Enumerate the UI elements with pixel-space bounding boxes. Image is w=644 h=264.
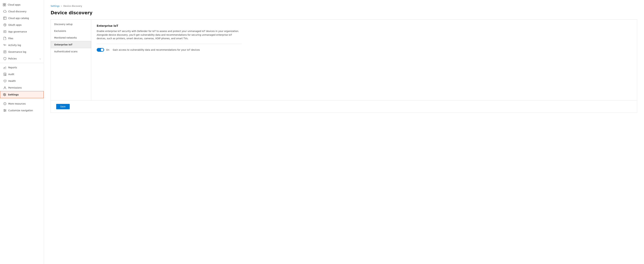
sidebar: Cloud apps Cloud discovery Cloud app cat… bbox=[0, 0, 44, 264]
sidebar-item-cloud-apps[interactable]: Cloud apps bbox=[0, 1, 44, 8]
sidebar-divider-2 bbox=[0, 99, 44, 99]
sidebar-item-label: Cloud app catalog bbox=[8, 17, 41, 19]
sidebar-item-label: OAuth apps bbox=[8, 23, 41, 26]
panel-footer: Save bbox=[51, 100, 637, 113]
sidebar-item-label: Health bbox=[8, 80, 41, 82]
sidebar-item-label: Activity log bbox=[8, 44, 41, 46]
grid-icon bbox=[3, 3, 6, 6]
sidebar-item-label: App governance bbox=[8, 30, 41, 33]
customize-icon bbox=[3, 109, 6, 112]
panel-content: Enterprise IoT Enable enterprise IoT sec… bbox=[91, 19, 637, 100]
svg-point-31 bbox=[5, 110, 6, 111]
page-title: Device discovery bbox=[51, 10, 637, 15]
sidebar-item-label: Cloud discovery bbox=[8, 10, 41, 13]
enterprise-iot-toggle[interactable] bbox=[97, 48, 104, 52]
chevron-down-icon: ⌄ bbox=[40, 58, 41, 60]
toggle-description: Gain access to vulnerability data and re… bbox=[113, 48, 200, 51]
settings-icon bbox=[3, 93, 6, 96]
section-title: Enterprise IoT bbox=[97, 24, 632, 27]
svg-point-7 bbox=[4, 24, 6, 26]
audit-icon bbox=[3, 73, 6, 76]
main-content: Settings > Device discovery Device disco… bbox=[44, 0, 644, 264]
panel-nav-enterprise-iot[interactable]: Enterprise IoT bbox=[51, 41, 91, 48]
reports-icon bbox=[3, 66, 6, 69]
sidebar-item-more-resources[interactable]: More resources bbox=[0, 100, 44, 107]
svg-rect-3 bbox=[4, 5, 6, 6]
content-area: Settings > Device discovery Device disco… bbox=[44, 0, 644, 264]
policies-icon bbox=[3, 57, 6, 60]
toggle-label: On bbox=[106, 48, 109, 51]
sidebar-item-files[interactable]: Files bbox=[0, 35, 44, 42]
breadcrumb-separator: > bbox=[60, 5, 62, 7]
sidebar-item-label: Settings bbox=[8, 93, 41, 96]
sidebar-item-label: More resources bbox=[8, 102, 41, 105]
sidebar-item-label: Policies bbox=[8, 57, 38, 60]
section-description: Enable enterprise IoT security with Defe… bbox=[97, 29, 242, 44]
sidebar-item-health[interactable]: Health bbox=[0, 78, 44, 84]
svg-point-30 bbox=[4, 109, 5, 110]
sidebar-item-cloud-discovery[interactable]: Cloud discovery bbox=[0, 8, 44, 15]
sidebar-item-oauth-apps[interactable]: OAuth apps bbox=[0, 21, 44, 28]
svg-rect-8 bbox=[4, 31, 6, 33]
governance-icon bbox=[3, 30, 6, 33]
breadcrumb-current: Device discovery bbox=[63, 5, 82, 7]
panel-nav-authenticated-scans[interactable]: Authenticated scans bbox=[51, 48, 91, 55]
sidebar-item-label: Governance log bbox=[8, 50, 41, 53]
breadcrumb-parent[interactable]: Settings bbox=[51, 5, 60, 7]
sidebar-item-label: Customize navigation bbox=[8, 109, 41, 112]
sidebar-item-activity-log[interactable]: Activity log bbox=[0, 42, 44, 48]
svg-rect-1 bbox=[4, 3, 6, 4]
sidebar-item-label: Audit bbox=[8, 73, 41, 76]
sidebar-item-label: Cloud apps bbox=[8, 3, 20, 6]
toggle-row: On Gain access to vulnerability data and… bbox=[97, 48, 632, 52]
panel-nav: Discovery setup Exclusions Monitored net… bbox=[51, 19, 91, 100]
panel-nav-exclusions[interactable]: Exclusions bbox=[51, 28, 91, 34]
cloud-icon bbox=[3, 10, 6, 13]
svg-rect-2 bbox=[3, 5, 4, 6]
sidebar-item-governance-log[interactable]: Governance log bbox=[0, 48, 44, 55]
governance-log-icon bbox=[3, 50, 6, 54]
activity-icon bbox=[3, 43, 6, 47]
breadcrumb: Settings > Device discovery bbox=[51, 5, 637, 7]
files-icon bbox=[3, 37, 6, 40]
panel-inner-row: Discovery setup Exclusions Monitored net… bbox=[51, 19, 637, 100]
catalog-icon bbox=[3, 16, 6, 20]
sidebar-item-policies[interactable]: Policies ⌄ bbox=[0, 55, 44, 62]
panel-nav-discovery-setup[interactable]: Discovery setup bbox=[51, 21, 91, 28]
svg-point-22 bbox=[4, 87, 6, 88]
sidebar-item-label: Reports bbox=[8, 66, 41, 69]
sidebar-item-customize-navigation[interactable]: Customize navigation bbox=[0, 107, 44, 114]
sidebar-item-permissions[interactable]: Permissions bbox=[0, 84, 44, 91]
oauth-icon bbox=[3, 23, 6, 27]
sidebar-item-cloud-app-catalog[interactable]: Cloud app catalog bbox=[0, 15, 44, 21]
svg-rect-4 bbox=[4, 17, 6, 19]
sidebar-item-audit[interactable]: Audit bbox=[0, 71, 44, 78]
sidebar-item-app-governance[interactable]: App governance bbox=[0, 28, 44, 35]
panel-outer: Discovery setup Exclusions Monitored net… bbox=[51, 19, 637, 113]
svg-point-23 bbox=[4, 94, 5, 95]
health-icon bbox=[3, 79, 6, 83]
sidebar-item-label: Permissions bbox=[8, 86, 41, 89]
svg-point-26 bbox=[5, 103, 5, 103]
permissions-icon bbox=[3, 86, 6, 89]
save-button[interactable]: Save bbox=[56, 104, 70, 109]
sidebar-item-reports[interactable]: Reports bbox=[0, 64, 44, 71]
sidebar-item-label: Files bbox=[8, 37, 41, 40]
sidebar-divider-1 bbox=[0, 63, 44, 63]
sidebar-item-settings[interactable]: Settings bbox=[0, 91, 44, 98]
panel-nav-monitored-networks[interactable]: Monitored networks bbox=[51, 34, 91, 41]
svg-rect-0 bbox=[3, 3, 4, 4]
more-icon bbox=[3, 102, 6, 105]
svg-point-32 bbox=[4, 111, 5, 112]
